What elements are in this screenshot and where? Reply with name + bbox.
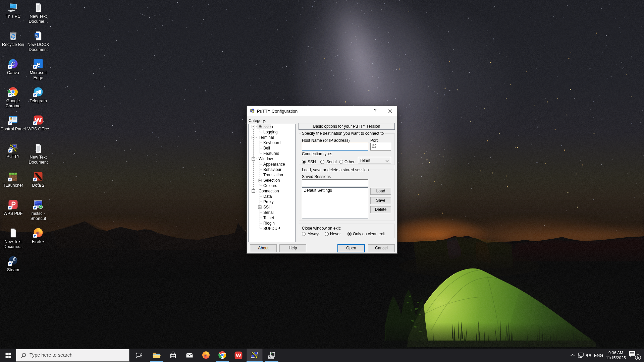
svg-text:Behaviour: Behaviour [263, 167, 281, 172]
svg-text:Logging: Logging [263, 130, 278, 134]
svg-text:W: W [35, 34, 38, 37]
svg-text:Connection: Connection [259, 189, 279, 193]
svg-text:Rlogin: Rlogin [263, 221, 275, 226]
svg-text:5: 5 [637, 355, 639, 360]
svg-text:Telnet: Telnet [263, 216, 274, 220]
svg-text:SSH: SSH [263, 205, 272, 209]
svg-text:Appearance: Appearance [263, 162, 285, 167]
svg-text:Keyboard: Keyboard [263, 140, 280, 145]
svg-text:Proxy: Proxy [263, 199, 274, 204]
svg-text:Terminal: Terminal [259, 135, 274, 140]
svg-text:Translation: Translation [263, 173, 283, 177]
svg-text:Bell: Bell [263, 146, 270, 150]
svg-text:SUPDUP: SUPDUP [263, 226, 280, 231]
svg-text:Session: Session [259, 124, 273, 129]
svg-text:Data: Data [263, 194, 272, 199]
svg-text:Features: Features [263, 151, 279, 156]
svg-text:Colours: Colours [263, 183, 277, 188]
svg-text:Window: Window [259, 157, 273, 161]
svg-text:e: e [37, 60, 40, 68]
svg-text:Serial: Serial [263, 210, 274, 215]
svg-text:Selection: Selection [263, 178, 280, 183]
